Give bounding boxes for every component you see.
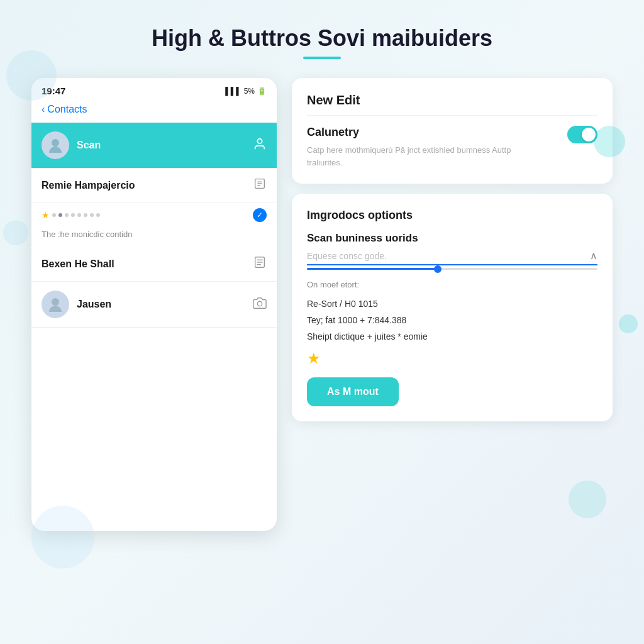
- card1-subtitle: Calunetry: [307, 126, 546, 139]
- slider-fill: [307, 268, 438, 270]
- sub-text: The :he monicdic contidn: [31, 227, 277, 247]
- action-button[interactable]: As M mout: [307, 377, 399, 406]
- nav-bar: ‹ Contacts: [31, 101, 277, 123]
- status-bar: 19:47 ▌▌▌ 5% 🔋: [31, 78, 277, 101]
- svg-point-0: [52, 139, 59, 147]
- card-imgrodocs: Imgrodocs optionts Scan buniness uorids …: [292, 194, 613, 421]
- dot-indicator: [65, 213, 69, 217]
- card1-content: Calunetry Catp here mothmiquerù Pâ jnct …: [307, 126, 546, 169]
- contact-name-bexen: Bexen He Shall: [42, 258, 245, 270]
- list-item-2: Tey; fat 1000 + 7:844.388: [307, 312, 597, 328]
- camera-icon: [253, 296, 267, 313]
- chevron-up-icon: ∧: [590, 250, 597, 262]
- contact-name-remie: Remie Hampajercio: [42, 180, 245, 191]
- slider-bar[interactable]: [307, 268, 597, 270]
- bg-decoration: [569, 480, 606, 518]
- card1-body: Catp here mothmiquerù Pâ jnct extishied …: [307, 144, 546, 169]
- avatar-scan: [42, 131, 69, 159]
- avatar-jausen: [42, 291, 69, 318]
- battery-text: 5%: [244, 87, 255, 96]
- title-underline: [303, 57, 341, 59]
- contact-item-bexen[interactable]: Bexen He Shall: [31, 247, 277, 282]
- card-new-edit: New Edit Calunetry Catp here mothmiquerù…: [292, 78, 613, 184]
- bg-decoration: [31, 506, 94, 569]
- bg-decoration: [3, 220, 28, 245]
- bg-decoration: [619, 314, 638, 333]
- dot-indicator: [90, 213, 94, 217]
- badge-icon: [253, 177, 267, 194]
- right-panel: New Edit Calunetry Catp here mothmiquerù…: [292, 78, 613, 634]
- card1-title: New Edit: [307, 93, 597, 108]
- card2-title: Imgrodocs optionts: [307, 209, 597, 222]
- svg-point-1: [257, 138, 262, 143]
- dropdown-row[interactable]: Equese consc gode. ∧: [307, 250, 597, 265]
- on-moef-label: On moef etort:: [307, 280, 597, 289]
- dot-indicator: [84, 213, 87, 217]
- contact-name-jausen: Jausen: [77, 299, 245, 310]
- svg-point-11: [257, 301, 262, 306]
- dots-row: ★ ✓: [31, 203, 277, 227]
- star-icon: ★: [42, 210, 50, 220]
- card-divider: [307, 115, 597, 116]
- toggle-calunetry[interactable]: [567, 126, 597, 143]
- contact-item-jausen[interactable]: Jausen: [31, 282, 277, 328]
- bg-decoration: [594, 126, 625, 157]
- main-content: 19:47 ▌▌▌ 5% 🔋 ‹ Contacts Scan: [0, 78, 644, 634]
- section-heading: Scan buniness uorids: [307, 232, 597, 245]
- back-chevron-icon: ‹: [42, 104, 45, 115]
- person-icon: [253, 137, 267, 154]
- contact-name-scan: Scan: [77, 140, 245, 151]
- contact-item-remie[interactable]: Remie Hampajercio: [31, 168, 277, 203]
- bg-decoration: [6, 50, 57, 101]
- slider-thumb: [434, 265, 441, 273]
- star-rating-icon: ★: [307, 350, 597, 367]
- phone-panel: 19:47 ▌▌▌ 5% 🔋 ‹ Contacts Scan: [31, 78, 277, 531]
- svg-point-10: [52, 298, 59, 306]
- list-item-3: Sheipt dictique + juites * eomie: [307, 328, 597, 345]
- status-icons: ▌▌▌ 5% 🔋: [225, 87, 267, 96]
- dot-indicator: [96, 213, 100, 217]
- dot-indicator: [77, 213, 81, 217]
- page-title: High & Buttros Sovi maibuiders: [0, 0, 644, 57]
- check-badge: ✓: [253, 208, 267, 222]
- signal-icon: ▌▌▌: [225, 87, 242, 96]
- list-item-1: Re-Sort / H0 1015: [307, 296, 597, 312]
- card1-header-row: Calunetry Catp here mothmiquerù Pâ jnct …: [307, 126, 597, 169]
- battery-icon: 🔋: [257, 87, 267, 96]
- back-button[interactable]: ‹ Contacts: [42, 104, 267, 115]
- dot-indicator: [58, 213, 62, 217]
- list-icon: [253, 255, 267, 272]
- dropdown-placeholder: Equese consc gode.: [307, 251, 387, 261]
- contact-item-scan[interactable]: Scan: [31, 123, 277, 168]
- back-label: Contacts: [47, 104, 87, 115]
- dot-indicator: [71, 213, 75, 217]
- dot-indicator: [52, 213, 56, 217]
